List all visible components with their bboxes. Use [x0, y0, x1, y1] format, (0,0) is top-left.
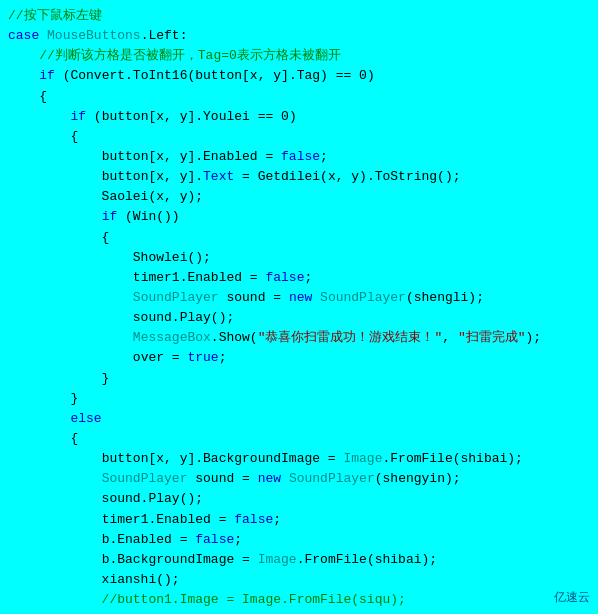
code-editor: //按下鼠标左键 case MouseButtons.Left: //判断该方格…	[0, 0, 598, 614]
code-line-11: if (Win())	[8, 207, 590, 227]
code-line-28: timer1.Enabled = false;	[8, 510, 590, 530]
watermark: 亿速云	[554, 589, 590, 606]
code-line-12: {	[8, 228, 590, 248]
code-line-17: sound.Play();	[8, 308, 590, 328]
code-line-10: Saolei(x, y);	[8, 187, 590, 207]
code-line-5: {	[8, 87, 590, 107]
code-line-24: {	[8, 429, 590, 449]
code-line-25: button[x, y].BackgroundImage = Image.Fro…	[8, 449, 590, 469]
code-line-14: Showlei();	[8, 248, 590, 268]
code-line-6: if (button[x, y].Youlei == 0)	[8, 107, 590, 127]
code-line-27: sound.Play();	[8, 489, 590, 509]
code-line-4: if (Convert.ToInt16(button[x, y].Tag) ==…	[8, 66, 590, 86]
code-line-22: }	[8, 389, 590, 409]
code-line-26: SoundPlayer sound = new SoundPlayer(shen…	[8, 469, 590, 489]
code-line-23: else	[8, 409, 590, 429]
code-line-2: case MouseButtons.Left:	[8, 26, 590, 46]
code-line-16: SoundPlayer sound = new SoundPlayer(shen…	[8, 288, 590, 308]
code-line-15: timer1.Enabled = false;	[8, 268, 590, 288]
code-line-20: }	[8, 369, 590, 389]
code-line-31: xianshi();	[8, 570, 590, 590]
code-line-8: button[x, y].Enabled = false;	[8, 147, 590, 167]
code-line-7: {	[8, 127, 590, 147]
code-line-1: //按下鼠标左键	[8, 6, 590, 26]
code-line-30: b.BackgroundImage = Image.FromFile(shiba…	[8, 550, 590, 570]
code-line-18: MessageBox.Show("恭喜你扫雷成功！游戏结束！", "扫雷完成")…	[8, 328, 590, 348]
code-line-9: button[x, y].Text = Getdilei(x, y).ToStr…	[8, 167, 590, 187]
code-line-19: over = true;	[8, 348, 590, 368]
code-line-29: b.Enabled = false;	[8, 530, 590, 550]
code-line-33: //button1.ImageAlign = ContentAlignment.…	[8, 610, 590, 614]
code-line-3: //判断该方格是否被翻开，Tag=0表示方格未被翻开	[8, 46, 590, 66]
code-line-32: //button1.Image = Image.FromFile(siqu);	[8, 590, 590, 610]
